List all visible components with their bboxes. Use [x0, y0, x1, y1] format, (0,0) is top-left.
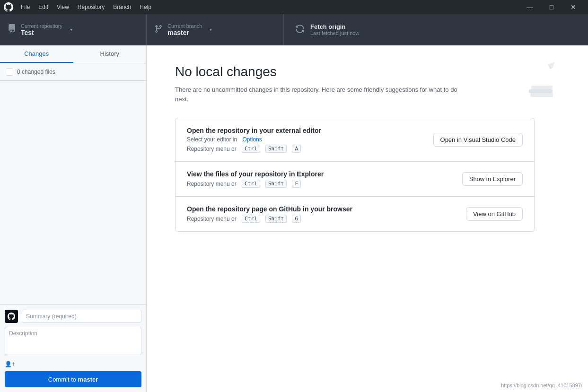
branch-icon — [154, 25, 163, 35]
kbd-g: G — [292, 215, 301, 223]
app-body: Changes History 0 changed files — [0, 45, 588, 392]
sidebar-spacer — [0, 81, 146, 305]
suggestion-explorer: View the files of your repository in Exp… — [176, 162, 534, 197]
repo-chevron-icon: ▾ — [70, 27, 72, 32]
suggestion-github: Open the repository page on GitHub in yo… — [176, 197, 534, 231]
kbd-ctrl-f: Ctrl — [242, 180, 260, 188]
page-title: No local changes — [175, 64, 277, 79]
commit-description-input[interactable] — [5, 327, 141, 355]
kbd-f: F — [292, 180, 301, 188]
open-editor-button[interactable]: Open in Visual Studio Code — [433, 133, 523, 147]
suggestion-editor-info: Open the repository in your external edi… — [187, 127, 321, 153]
tab-history[interactable]: History — [73, 45, 147, 63]
menu-branch[interactable]: Branch — [109, 2, 135, 12]
commit-area: 👤+ Commit to master — [0, 305, 146, 392]
commit-summary-row — [5, 310, 141, 323]
show-explorer-button[interactable]: Show in Explorer — [462, 172, 523, 186]
changed-files-label: 0 changed files — [17, 69, 55, 75]
add-coauthor-button[interactable]: 👤+ — [5, 361, 15, 367]
view-github-button[interactable]: View on GitHub — [466, 207, 523, 221]
menu-bar: File Edit View Repository Branch Help — [17, 2, 155, 12]
window-controls: — □ ✕ — [519, 0, 584, 14]
suggestion-editor-title: Open the repository in your external edi… — [187, 127, 321, 134]
commit-summary-input[interactable] — [22, 310, 141, 323]
close-button[interactable]: ✕ — [562, 0, 584, 14]
illustration — [522, 60, 560, 104]
repo-text: Current repository Test — [21, 23, 62, 36]
svg-rect-1 — [529, 89, 553, 93]
page-description: There are no uncommitted changes in this… — [175, 85, 468, 104]
kbd-shift-a: Shift — [265, 145, 287, 153]
fetch-label: Fetch origin — [310, 23, 359, 30]
suggestion-editor-shortcut: Select your editor in Options — [187, 136, 321, 143]
avatar — [5, 310, 18, 323]
branch-text: Current branch master — [167, 23, 202, 36]
suggestion-github-info: Open the repository page on GitHub in yo… — [187, 205, 352, 223]
title-bar: File Edit View Repository Branch Help — … — [0, 0, 588, 14]
commit-button-prefix: Commit to — [48, 376, 76, 383]
suggestion-editor: Open the repository in your external edi… — [176, 118, 534, 162]
suggestion-github-menuhint: Repository menu or — [187, 216, 237, 222]
main-content: No local changes There are no uncommitte… — [147, 45, 588, 392]
repo-icon — [8, 24, 16, 35]
suggestion-explorer-title: View the files of your repository in Exp… — [187, 170, 324, 178]
menu-help[interactable]: Help — [136, 2, 155, 12]
toolbar-fetch[interactable]: Fetch origin Last fetched just now — [284, 14, 423, 45]
commit-footer: 👤+ — [5, 361, 141, 367]
changed-files-count: 0 — [17, 69, 20, 75]
fetch-text: Fetch origin Last fetched just now — [310, 23, 359, 36]
person-add-icon: 👤+ — [5, 361, 15, 367]
toolbar-repository[interactable]: Current repository Test ▾ — [0, 14, 147, 45]
repo-value: Test — [21, 29, 62, 36]
toolbar: Current repository Test ▾ Current branch… — [0, 14, 588, 45]
suggestion-github-title: Open the repository page on GitHub in yo… — [187, 205, 352, 213]
branch-label: Current branch — [167, 23, 202, 29]
suggestion-explorer-info: View the files of your repository in Exp… — [187, 170, 324, 188]
kbd-ctrl-a: Ctrl — [242, 145, 260, 153]
kbd-shift-g: Shift — [265, 215, 287, 223]
footer-link: https://blog.csdn.net/qq_41015897/ — [501, 383, 582, 388]
sidebar: Changes History 0 changed files — [0, 45, 147, 392]
menu-repository[interactable]: Repository — [74, 2, 108, 12]
repo-label: Current repository — [21, 23, 62, 29]
toolbar-branch[interactable]: Current branch master ▾ — [147, 14, 284, 45]
kbd-ctrl-g: Ctrl — [242, 215, 260, 223]
suggestion-github-menu: Repository menu or Ctrl Shift G — [187, 215, 352, 223]
branch-value: master — [167, 29, 202, 36]
suggestions-container: Open the repository in your external edi… — [175, 118, 535, 232]
suggestion-editor-prefix: Select your editor in — [187, 136, 237, 143]
kbd-a: A — [292, 145, 301, 153]
svg-rect-2 — [530, 93, 553, 97]
sync-icon — [295, 24, 305, 35]
tab-changes[interactable]: Changes — [0, 45, 73, 63]
menu-view[interactable]: View — [53, 2, 73, 12]
kbd-shift-f: Shift — [265, 180, 287, 188]
svg-rect-0 — [531, 86, 553, 89]
suggestion-explorer-menuhint: Repository menu or — [187, 181, 237, 187]
menu-file[interactable]: File — [17, 2, 34, 12]
minimize-button[interactable]: — — [519, 0, 541, 14]
fetch-sublabel: Last fetched just now — [310, 30, 359, 36]
suggestion-editor-menuhint: Repository menu or — [187, 146, 237, 152]
changed-files-row: 0 changed files — [0, 63, 146, 81]
github-logo-icon — [4, 2, 13, 12]
maximize-button[interactable]: □ — [541, 0, 562, 14]
suggestion-editor-menu: Repository menu or Ctrl Shift A — [187, 145, 321, 153]
commit-button[interactable]: Commit to master — [5, 371, 141, 387]
changed-files-checkbox[interactable] — [6, 68, 13, 76]
options-link[interactable]: Options — [242, 136, 262, 143]
sidebar-tabs: Changes History — [0, 45, 146, 63]
title-bar-left: File Edit View Repository Branch Help — [4, 2, 155, 12]
changed-files-text2: changed files — [22, 69, 55, 75]
menu-edit[interactable]: Edit — [35, 2, 52, 12]
suggestion-explorer-menu: Repository menu or Ctrl Shift F — [187, 180, 324, 188]
branch-chevron-icon: ▾ — [210, 27, 212, 32]
commit-button-branch: master — [78, 376, 98, 383]
